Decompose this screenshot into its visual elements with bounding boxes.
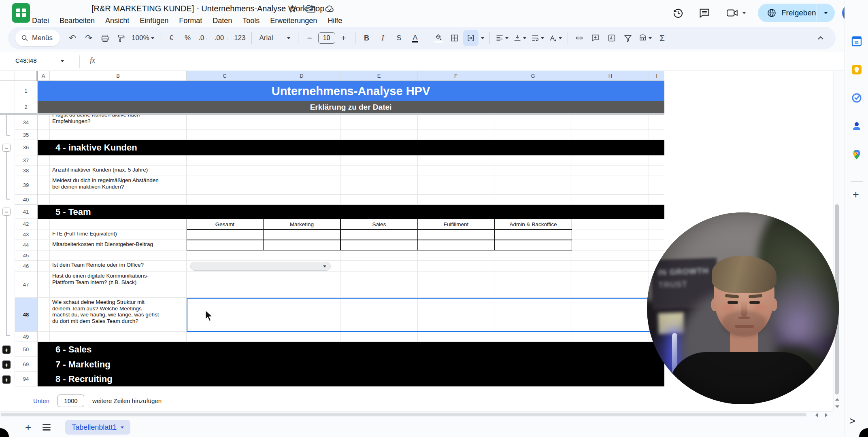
name-box-caret-icon[interactable] [61,60,64,62]
tasks-icon[interactable] [851,92,862,104]
get-add-ons-button[interactable]: + [853,189,859,201]
team-col-header[interactable]: Marketing [263,219,340,229]
row-header[interactable]: 2 [15,101,37,113]
expand-group-button[interactable]: + [2,361,11,369]
star-icon[interactable] [288,4,297,13]
row-header[interactable]: 42 [15,219,37,229]
horizontal-scrollbar[interactable] [0,411,833,417]
paint-format-button[interactable] [113,30,129,46]
font-size-input[interactable]: 10 [318,32,335,44]
italic-button[interactable]: I [375,30,391,46]
add-rows-count-input[interactable] [57,395,84,407]
select-all-corner[interactable] [15,71,37,81]
merge-cells-button[interactable] [463,30,479,46]
insert-link-button[interactable] [572,30,587,46]
share-options-caret-icon[interactable] [817,12,835,14]
add-rows-position-link[interactable]: Unten [33,397,49,404]
decrease-font-size-button[interactable]: − [302,30,317,46]
show-side-panel-chevron-icon[interactable]: > [849,415,855,427]
team-col-header[interactable]: Fulfillment [418,219,494,229]
row-header[interactable]: 36 [15,140,37,155]
bold-button[interactable]: B [359,30,374,46]
redo-button[interactable]: ↷ [81,30,96,46]
row-header-selected[interactable]: 48 [15,298,37,332]
column-header-d[interactable]: D [263,71,340,81]
row-header[interactable]: 45 [15,250,37,261]
collapse-group-button[interactable]: − [2,208,11,216]
more-formats-button[interactable]: 123 [232,30,247,46]
calendar-icon[interactable]: 31 [851,36,862,47]
call-options-caret-icon[interactable] [742,12,746,14]
row-header[interactable]: 44 [15,240,37,250]
team-col-header[interactable]: Gesamt [187,219,263,229]
sheet-tab-menu-caret-icon[interactable] [121,426,124,429]
scroll-up-button[interactable] [834,396,840,403]
row-header[interactable]: 38 [15,165,37,176]
column-header-f[interactable]: F [418,71,494,81]
row-header[interactable]: 40 [15,195,37,205]
font-family-select[interactable]: Arial [255,30,294,46]
sheet-title-banner[interactable]: Unternehmens-Analyse HPV [37,81,664,101]
menu-datei[interactable]: Datei [27,15,54,26]
menu-bearbeiten[interactable]: Bearbeiten [54,15,100,26]
format-percent-button[interactable]: % [180,30,196,46]
expand-group-button[interactable]: + [2,346,11,354]
table-views-button[interactable] [636,30,654,46]
row-header[interactable]: 69 [15,357,37,372]
horizontal-scrollbar-thumb[interactable] [1,413,806,416]
vertical-align-button[interactable] [511,30,528,46]
sheet-subtitle-banner[interactable]: Erklärung zu der Datei [37,101,664,113]
format-currency-button[interactable]: € [164,30,179,46]
insert-comment-button[interactable] [588,30,603,46]
column-header-b[interactable]: B [50,71,187,81]
increase-decimal-button[interactable]: .00→ [213,30,232,46]
menu-tools[interactable]: Tools [237,15,265,26]
team-col-header[interactable]: Admin & Backoffice [494,219,572,229]
increase-font-size-button[interactable]: + [336,30,351,46]
text-color-button[interactable]: A [408,30,423,46]
vertical-scrollbar[interactable] [833,71,840,411]
functions-button[interactable]: Σ [655,30,670,46]
all-sheets-icon[interactable] [43,424,51,431]
column-header-g[interactable]: G [494,71,572,81]
collapse-toolbar-button[interactable] [813,30,828,46]
horizontal-align-button[interactable] [494,30,511,46]
row-header[interactable]: 1 [15,81,37,101]
menu-hilfe[interactable]: Hilfe [322,15,347,26]
undo-button[interactable]: ↶ [65,30,80,46]
menu-erweiterungen[interactable]: Erweiterungen [265,15,322,26]
row-header[interactable]: 94 [15,372,37,386]
expand-group-button[interactable]: + [2,375,11,384]
text-wrap-button[interactable] [529,30,546,46]
menus-search-button[interactable]: Menüs [15,30,60,46]
create-filter-button[interactable] [620,30,636,46]
name-box[interactable]: C48:I48 [15,57,37,64]
column-header-i[interactable]: I [649,71,664,81]
move-to-folder-icon[interactable] [306,4,316,13]
join-call-button[interactable] [726,8,746,18]
strikethrough-button[interactable]: S [391,30,407,46]
contacts-icon[interactable] [851,121,862,132]
row-header[interactable]: 47 [15,272,37,298]
row-header[interactable]: 43 [15,229,37,240]
maps-icon[interactable] [851,149,862,160]
active-cell[interactable] [187,298,263,332]
zoom-select[interactable]: 100% [130,30,156,46]
merge-options-caret-icon[interactable] [481,37,484,39]
cloud-saved-icon[interactable] [325,4,335,13]
row-header[interactable]: 41 [15,205,37,219]
section-banner[interactable]: 7 - Marketing [37,357,664,372]
add-sheet-button[interactable]: + [25,421,31,434]
row-header[interactable]: 49 [15,332,37,342]
row-header[interactable]: 39 [15,176,37,195]
borders-button[interactable] [447,30,462,46]
collapse-group-button[interactable]: − [2,144,11,152]
comments-icon[interactable] [699,7,710,19]
team-col-header[interactable]: Sales [340,219,418,229]
share-button[interactable]: Freigeben [758,4,835,22]
sheet-tab-active[interactable]: Tabellenblatt1 [65,420,130,435]
remote-office-dropdown[interactable] [190,262,331,271]
section-banner[interactable]: 5 - Team [37,205,664,219]
row-header[interactable]: 37 [15,155,37,165]
row-header[interactable]: 35 [15,130,37,140]
